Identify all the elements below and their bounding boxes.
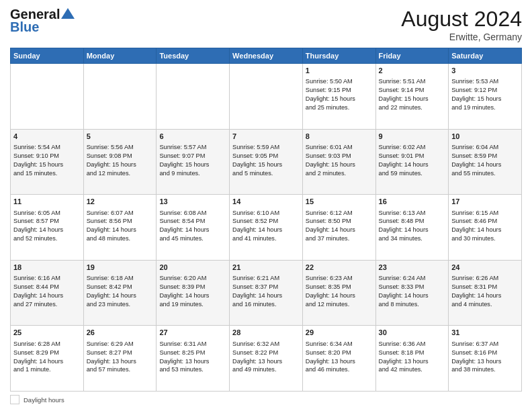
daylight-label: Daylight hours xyxy=(24,396,64,404)
calendar-week-row: 18Sunrise: 6:16 AM Sunset: 8:44 PM Dayli… xyxy=(11,260,522,326)
calendar-cell: 29Sunrise: 6:34 AM Sunset: 8:20 PM Dayli… xyxy=(302,326,375,392)
calendar-header-wednesday: Wednesday xyxy=(230,48,303,64)
calendar-cell: 13Sunrise: 6:08 AM Sunset: 8:54 PM Dayli… xyxy=(157,195,230,261)
day-number: 3 xyxy=(451,66,519,76)
day-info: Sunrise: 6:29 AM Sunset: 8:27 PM Dayligh… xyxy=(87,340,136,373)
calendar-week-row: 4Sunrise: 5:54 AM Sunset: 9:10 PM Daylig… xyxy=(11,129,522,195)
calendar-cell: 7Sunrise: 5:59 AM Sunset: 9:05 PM Daylig… xyxy=(230,129,303,195)
calendar-cell: 10Sunrise: 6:04 AM Sunset: 8:59 PM Dayli… xyxy=(449,129,522,195)
calendar-week-row: 25Sunrise: 6:28 AM Sunset: 8:29 PM Dayli… xyxy=(11,326,522,392)
day-info: Sunrise: 6:36 AM Sunset: 8:18 PM Dayligh… xyxy=(379,340,429,373)
location: Erwitte, Germany xyxy=(401,32,522,42)
day-number: 23 xyxy=(379,263,446,273)
day-number: 5 xyxy=(87,132,154,142)
calendar-cell: 31Sunrise: 6:37 AM Sunset: 8:16 PM Dayli… xyxy=(449,326,522,392)
day-info: Sunrise: 6:23 AM Sunset: 8:35 PM Dayligh… xyxy=(306,275,355,308)
day-number: 27 xyxy=(159,328,226,338)
calendar-cell: 23Sunrise: 6:24 AM Sunset: 8:33 PM Dayli… xyxy=(375,260,449,326)
day-number: 18 xyxy=(13,263,81,273)
day-info: Sunrise: 6:13 AM Sunset: 8:48 PM Dayligh… xyxy=(379,210,429,242)
day-info: Sunrise: 6:12 AM Sunset: 8:50 PM Dayligh… xyxy=(306,210,355,242)
calendar-header-saturday: Saturday xyxy=(449,48,522,64)
daylight-box xyxy=(10,395,19,404)
day-number: 15 xyxy=(306,197,373,207)
day-info: Sunrise: 6:07 AM Sunset: 8:56 PM Dayligh… xyxy=(87,210,136,242)
day-info: Sunrise: 5:54 AM Sunset: 9:10 PM Dayligh… xyxy=(13,144,63,177)
calendar-cell: 2Sunrise: 5:51 AM Sunset: 9:14 PM Daylig… xyxy=(375,64,449,130)
day-number: 17 xyxy=(451,197,519,207)
day-info: Sunrise: 5:51 AM Sunset: 9:14 PM Dayligh… xyxy=(379,78,429,111)
calendar-cell: 17Sunrise: 6:15 AM Sunset: 8:46 PM Dayli… xyxy=(449,195,522,261)
calendar-cell xyxy=(157,64,230,130)
calendar-cell: 21Sunrise: 6:21 AM Sunset: 8:37 PM Dayli… xyxy=(230,260,303,326)
calendar-cell: 1Sunrise: 5:50 AM Sunset: 9:15 PM Daylig… xyxy=(302,64,375,130)
day-number: 31 xyxy=(451,328,519,338)
calendar-header-thursday: Thursday xyxy=(302,48,375,64)
day-number: 30 xyxy=(379,328,446,338)
day-info: Sunrise: 6:02 AM Sunset: 9:01 PM Dayligh… xyxy=(379,144,429,177)
calendar-header-row: SundayMondayTuesdayWednesdayThursdayFrid… xyxy=(11,48,522,64)
calendar-cell: 3Sunrise: 5:53 AM Sunset: 9:12 PM Daylig… xyxy=(449,64,522,130)
calendar-cell: 22Sunrise: 6:23 AM Sunset: 8:35 PM Dayli… xyxy=(302,260,375,326)
day-info: Sunrise: 5:50 AM Sunset: 9:15 PM Dayligh… xyxy=(306,78,355,111)
calendar-cell: 26Sunrise: 6:29 AM Sunset: 8:27 PM Dayli… xyxy=(83,326,157,392)
day-info: Sunrise: 6:01 AM Sunset: 9:03 PM Dayligh… xyxy=(306,144,355,177)
day-number: 13 xyxy=(159,197,226,207)
day-info: Sunrise: 6:05 AM Sunset: 8:57 PM Dayligh… xyxy=(13,210,63,242)
calendar-cell: 12Sunrise: 6:07 AM Sunset: 8:56 PM Dayli… xyxy=(83,195,157,261)
day-number: 1 xyxy=(306,66,373,76)
calendar-cell: 19Sunrise: 6:18 AM Sunset: 8:42 PM Dayli… xyxy=(83,260,157,326)
calendar-cell: 24Sunrise: 6:26 AM Sunset: 8:31 PM Dayli… xyxy=(449,260,522,326)
calendar-cell: 27Sunrise: 6:31 AM Sunset: 8:25 PM Dayli… xyxy=(157,326,230,392)
day-info: Sunrise: 6:15 AM Sunset: 8:46 PM Dayligh… xyxy=(451,210,501,242)
calendar-header-sunday: Sunday xyxy=(11,48,84,64)
day-info: Sunrise: 6:21 AM Sunset: 8:37 PM Dayligh… xyxy=(232,275,282,308)
calendar-cell: 25Sunrise: 6:28 AM Sunset: 8:29 PM Dayli… xyxy=(11,326,84,392)
day-number: 25 xyxy=(13,328,81,338)
day-number: 28 xyxy=(232,328,300,338)
calendar-cell: 16Sunrise: 6:13 AM Sunset: 8:48 PM Dayli… xyxy=(375,195,449,261)
day-info: Sunrise: 6:10 AM Sunset: 8:52 PM Dayligh… xyxy=(232,210,282,242)
calendar-cell: 30Sunrise: 6:36 AM Sunset: 8:18 PM Dayli… xyxy=(375,326,449,392)
calendar-cell: 9Sunrise: 6:02 AM Sunset: 9:01 PM Daylig… xyxy=(375,129,449,195)
day-info: Sunrise: 6:28 AM Sunset: 8:29 PM Dayligh… xyxy=(13,340,63,373)
day-number: 26 xyxy=(87,328,154,338)
calendar-cell: 15Sunrise: 6:12 AM Sunset: 8:50 PM Dayli… xyxy=(302,195,375,261)
logo: General Blue xyxy=(10,7,75,35)
calendar-cell: 11Sunrise: 6:05 AM Sunset: 8:57 PM Dayli… xyxy=(11,195,84,261)
day-info: Sunrise: 6:31 AM Sunset: 8:25 PM Dayligh… xyxy=(159,340,209,373)
calendar-cell xyxy=(230,64,303,130)
day-info: Sunrise: 5:59 AM Sunset: 9:05 PM Dayligh… xyxy=(232,144,282,177)
day-number: 12 xyxy=(87,197,154,207)
calendar-cell xyxy=(11,64,84,130)
calendar-cell: 28Sunrise: 6:32 AM Sunset: 8:22 PM Dayli… xyxy=(230,326,303,392)
logo-blue: Blue xyxy=(10,19,39,35)
day-number: 29 xyxy=(306,328,373,338)
page: General Blue August 2024 Erwitte, German… xyxy=(0,0,532,411)
day-number: 22 xyxy=(306,263,373,273)
calendar-cell: 6Sunrise: 5:57 AM Sunset: 9:07 PM Daylig… xyxy=(157,129,230,195)
day-number: 2 xyxy=(379,66,446,76)
calendar-header-friday: Friday xyxy=(375,48,449,64)
calendar-cell xyxy=(83,64,157,130)
day-number: 10 xyxy=(451,132,519,142)
day-number: 20 xyxy=(159,263,226,273)
month-title: August 2024 xyxy=(401,7,522,32)
calendar-cell: 18Sunrise: 6:16 AM Sunset: 8:44 PM Dayli… xyxy=(11,260,84,326)
day-number: 24 xyxy=(451,263,519,273)
day-info: Sunrise: 5:53 AM Sunset: 9:12 PM Dayligh… xyxy=(451,78,501,111)
calendar-header-tuesday: Tuesday xyxy=(157,48,230,64)
day-number: 21 xyxy=(232,263,300,273)
calendar-week-row: 1Sunrise: 5:50 AM Sunset: 9:15 PM Daylig… xyxy=(11,64,522,130)
day-number: 7 xyxy=(232,132,300,142)
day-number: 11 xyxy=(13,197,81,207)
title-block: August 2024 Erwitte, Germany xyxy=(401,7,522,42)
day-info: Sunrise: 5:56 AM Sunset: 9:08 PM Dayligh… xyxy=(87,144,136,177)
day-info: Sunrise: 6:24 AM Sunset: 8:33 PM Dayligh… xyxy=(379,275,429,308)
day-number: 14 xyxy=(232,197,300,207)
day-info: Sunrise: 6:32 AM Sunset: 8:22 PM Dayligh… xyxy=(232,340,282,373)
calendar-cell: 4Sunrise: 5:54 AM Sunset: 9:10 PM Daylig… xyxy=(11,129,84,195)
calendar-header-monday: Monday xyxy=(83,48,157,64)
svg-marker-0 xyxy=(61,8,75,19)
footer: Daylight hours xyxy=(10,395,522,404)
